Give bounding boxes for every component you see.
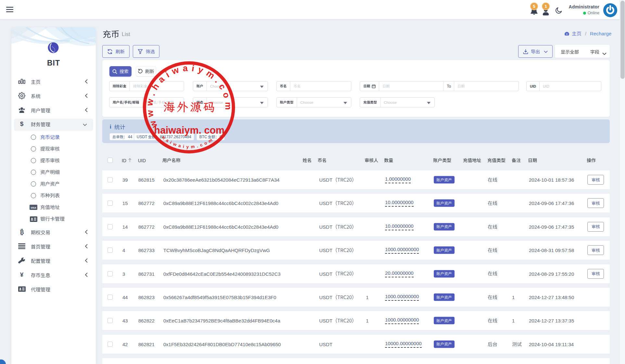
svg-text:B: B — [20, 229, 24, 236]
svg-text:$: $ — [20, 120, 24, 127]
svg-text:VISA: VISA — [31, 206, 36, 209]
svg-text:¥: ¥ — [20, 271, 24, 278]
svg-text:5: 5 — [533, 4, 535, 9]
svg-text:1: 1 — [544, 4, 547, 9]
